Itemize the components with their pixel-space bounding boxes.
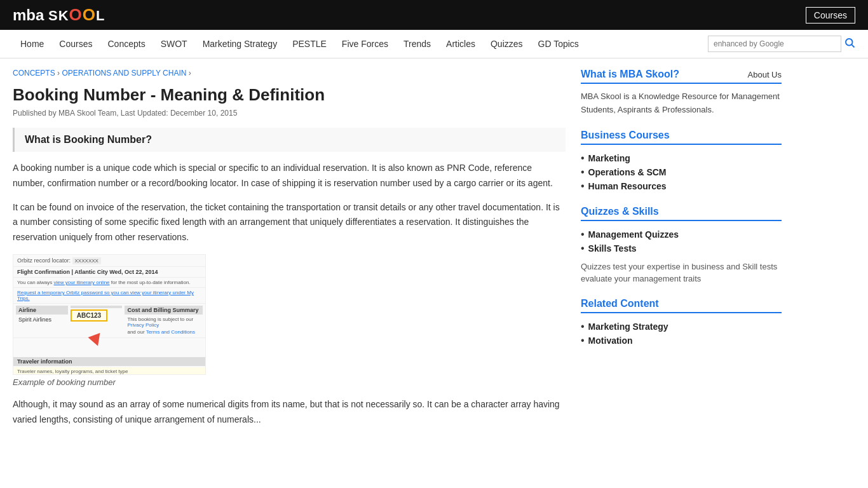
sidebar-courses-list: Marketing Operations & SCM Human Resourc… — [581, 151, 782, 193]
article-title: Booking Number - Meaning & Definition — [13, 85, 566, 105]
booking-image: Orbitz record locator: XXXXXXX Flight Co… — [13, 254, 206, 375]
logo-mba: mba — [13, 6, 48, 24]
list-item: Motivation — [581, 334, 782, 348]
related-motivation[interactable]: Motivation — [588, 336, 633, 346]
nav-pestle[interactable]: PESTLE — [285, 30, 334, 58]
course-marketing[interactable]: Marketing — [588, 153, 630, 163]
sidebar-quizzes: Quizzes & Skills Management Quizzes Skil… — [581, 206, 782, 285]
sidebar-related: Related Content Marketing Strategy Motiv… — [581, 298, 782, 348]
sidebar-quizzes-list: Management Quizzes Skills Tests — [581, 227, 782, 255]
image-caption: Example of booking number — [13, 377, 566, 387]
sidebar-related-label: Related Content — [581, 298, 659, 309]
list-item: Human Resources — [581, 179, 782, 193]
list-item: Management Quizzes — [581, 227, 782, 241]
sidebar-whatis-title: What is MBA Skool? About Us — [581, 69, 782, 84]
breadcrumb-ops[interactable]: OPERATIONS AND SUPPLY CHAIN — [62, 69, 186, 78]
nav-trends[interactable]: Trends — [396, 30, 438, 58]
search-input[interactable] — [708, 36, 841, 52]
related-marketing[interactable]: Marketing Strategy — [588, 322, 668, 332]
sidebar-courses-label: Business Courses — [581, 130, 670, 141]
article-content: CONCEPTS › OPERATIONS AND SUPPLY CHAIN ›… — [13, 58, 566, 447]
breadcrumb-concepts[interactable]: CONCEPTS — [13, 69, 55, 78]
svg-point-0 — [846, 39, 853, 46]
list-item: Skills Tests — [581, 241, 782, 255]
article-para-1: A booking number is a unique code which … — [13, 161, 566, 191]
course-hr[interactable]: Human Resources — [588, 181, 667, 191]
search-icon — [844, 37, 855, 48]
sidebar-quizzes-title: Quizzes & Skills — [581, 206, 782, 221]
nav-concepts[interactable]: Concepts — [100, 30, 153, 58]
article-para-3: Although, it may sound as an array of so… — [13, 397, 566, 428]
nav-quizzes[interactable]: Quizzes — [483, 30, 531, 58]
top-bar: mba SKOOL Courses — [0, 0, 868, 30]
breadcrumb: CONCEPTS › OPERATIONS AND SUPPLY CHAIN › — [13, 69, 566, 78]
nav-swot[interactable]: SWOT — [153, 30, 195, 58]
quiz-management[interactable]: Management Quizzes — [588, 229, 679, 240]
course-ops[interactable]: Operations & SCM — [588, 167, 667, 177]
search-button[interactable] — [844, 37, 855, 51]
nav-marketing[interactable]: Marketing Strategy — [195, 30, 285, 58]
svg-line-1 — [851, 44, 854, 47]
sidebar-quizzes-label: Quizzes & Skills — [581, 206, 659, 217]
nav-links: Home Courses Concepts SWOT Marketing Str… — [13, 30, 587, 58]
image-section: Orbitz record locator: XXXXXXX Flight Co… — [13, 254, 566, 387]
logo-skool: SKOOL — [48, 8, 105, 24]
quiz-skills[interactable]: Skills Tests — [588, 243, 637, 254]
breadcrumb-sep2: › — [189, 69, 191, 78]
nav-gdtopics[interactable]: GD Topics — [531, 30, 587, 58]
nav-articles[interactable]: Articles — [438, 30, 483, 58]
sidebar-related-title: Related Content — [581, 298, 782, 313]
list-item: Marketing — [581, 151, 782, 165]
sidebar-related-list: Marketing Strategy Motivation — [581, 320, 782, 348]
nav-courses[interactable]: Courses — [51, 30, 100, 58]
sidebar-courses: Business Courses Marketing Operations & … — [581, 130, 782, 193]
list-item: Operations & SCM — [581, 165, 782, 179]
list-item: Marketing Strategy — [581, 320, 782, 334]
article-para-2: It can be found on invoice of the reserv… — [13, 200, 566, 245]
sidebar-whatis-desc: MBA Skool is a Knowledge Resource for Ma… — [581, 90, 782, 117]
logo-o: O — [69, 5, 83, 24]
nav-search-area — [708, 36, 855, 52]
nav-home[interactable]: Home — [13, 30, 51, 58]
what-is-heading: What is Booking Number? — [25, 134, 555, 146]
courses-top-button[interactable]: Courses — [806, 7, 855, 24]
what-is-box: What is Booking Number? — [13, 128, 566, 152]
nav-fiveforces[interactable]: Five Forces — [334, 30, 396, 58]
about-us-link[interactable]: About Us — [748, 70, 782, 79]
nav-bar: Home Courses Concepts SWOT Marketing Str… — [0, 30, 868, 58]
quizzes-description: Quizzes test your expertise in business … — [581, 261, 782, 285]
sidebar: What is MBA Skool? About Us MBA Skool is… — [566, 58, 782, 447]
logo: mba SKOOL — [13, 5, 105, 25]
article-meta: Published by MBA Skool Team, Last Update… — [13, 109, 566, 118]
main-container: CONCEPTS › OPERATIONS AND SUPPLY CHAIN ›… — [0, 58, 868, 447]
sidebar-courses-title: Business Courses — [581, 130, 782, 145]
sidebar-whatis-label: What is MBA Skool? — [581, 69, 679, 80]
logo-ol: O — [83, 5, 96, 24]
sidebar-whatis: What is MBA Skool? About Us MBA Skool is… — [581, 69, 782, 117]
